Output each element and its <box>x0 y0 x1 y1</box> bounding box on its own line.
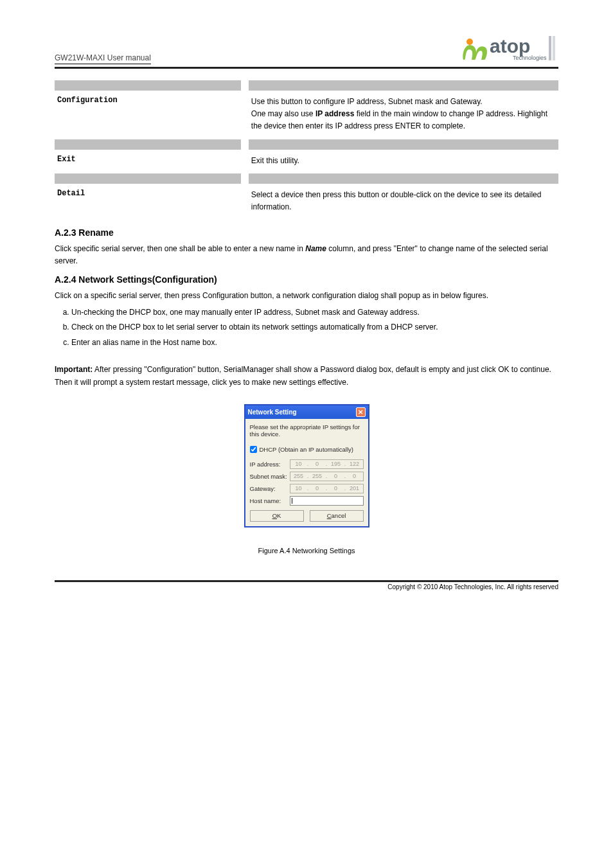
gateway-label: Gateway: <box>250 485 290 492</box>
subnet-mask-label: Subnet mask: <box>250 473 290 480</box>
para-rename: Click specific serial server, then one s… <box>55 243 558 267</box>
dialog-title: Network Setting <box>248 409 297 416</box>
svg-text:Technologies: Technologies <box>513 55 547 61</box>
network-setting-dialog: Network Setting ✕ Please set the appropr… <box>244 404 369 527</box>
ip-address-field[interactable]: 10. 0. 195. 122 <box>290 459 364 469</box>
term-configuration: Configuration <box>55 91 244 111</box>
para-network-intro: Click on a specific serial server, then … <box>55 290 558 302</box>
cancel-button[interactable]: Cancel <box>310 510 364 522</box>
header-divider <box>55 67 558 69</box>
dhcp-label: DHCP (Obtain an IP automatically) <box>260 446 353 453</box>
list-item: Un-checking the DHCP box, one may manual… <box>71 306 558 320</box>
figure-caption: Figure A.4 Networking Settings <box>55 547 558 554</box>
list-item: Check on the DHCP box to let serial serv… <box>71 321 558 335</box>
term-detail: Detail <box>55 184 244 204</box>
dhcp-checkbox[interactable] <box>250 446 257 453</box>
svg-rect-4 <box>553 36 555 60</box>
desc-detail: Select a device then press this button o… <box>249 184 558 220</box>
footer-copyright: Copyright © 2010 Atop Technologies, Inc.… <box>55 582 558 590</box>
ok-button[interactable]: OK <box>250 510 304 522</box>
svg-text:atop: atop <box>490 35 530 57</box>
doc-title: GW21W-MAXI User manual <box>55 53 151 64</box>
svg-rect-3 <box>549 36 551 60</box>
brand-logo: atop Technologies <box>459 32 558 64</box>
list-item: Enter an alias name in the Host name box… <box>71 336 558 350</box>
important-note: Important: After pressing "Configuration… <box>55 364 558 388</box>
close-icon: ✕ <box>358 409 363 416</box>
ip-address-label: IP address: <box>250 461 290 468</box>
heading-rename: A.2.3 Rename <box>55 227 558 238</box>
subnet-mask-field[interactable]: 255. 255. 0. 0 <box>290 472 364 481</box>
svg-point-0 <box>466 39 473 45</box>
hostname-field[interactable] <box>290 496 364 506</box>
hostname-label: Host name: <box>250 497 290 504</box>
desc-exit: Exit this utility. <box>249 150 558 173</box>
heading-network-settings: A.2.4 Network Settings(Configuration) <box>55 274 558 285</box>
dialog-message: Please set the appropriate IP settings f… <box>250 423 364 438</box>
term-exit: Exit <box>55 150 244 170</box>
close-button[interactable]: ✕ <box>356 407 366 417</box>
desc-configuration: Use this button to configure IP address,… <box>249 91 558 139</box>
definitions-table: Configuration Use this button to configu… <box>55 80 558 220</box>
gateway-field[interactable]: 10. 0. 0. 201 <box>290 484 364 493</box>
network-steps-list: Un-checking the DHCP box, one may manual… <box>55 306 558 350</box>
